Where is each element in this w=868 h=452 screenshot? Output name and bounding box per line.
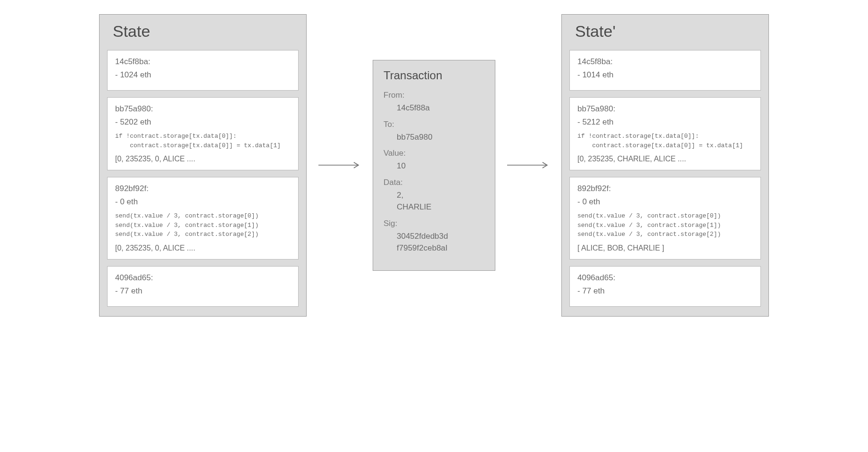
account-code: if !contract.storage[tx.data[0]]: contra… [577,132,753,150]
account-balance: - 5202 eth [115,117,291,127]
state-prime-title: State' [569,22,761,41]
account-balance: - 0 eth [115,197,291,207]
account-card: 4096ad65: - 77 eth [107,266,299,307]
tx-sig-row: Sig: 30452fdedb3d f7959f2ceb8aI [384,219,484,254]
account-card: 14c5f8ba: - 1014 eth [569,50,761,91]
account-address: 892bf92f: [577,184,753,193]
tx-value-row: Value: 10 [384,149,484,172]
account-balance: - 77 eth [577,286,753,296]
account-balance: - 5212 eth [577,117,753,127]
account-balance: - 1014 eth [577,70,753,80]
account-card: bb75a980: - 5202 eth if !contract.storag… [107,97,299,170]
tx-value-label: Value: [384,149,484,158]
account-storage: [ ALICE, BOB, CHARLIE ] [577,244,753,252]
tx-from-row: From: 14c5f88a [384,91,484,114]
tx-from-value: 14c5f88a [384,102,484,114]
tx-to-row: To: bb75a980 [384,120,484,143]
account-address: 14c5f8ba: [115,57,291,67]
arrow-right [311,160,368,170]
account-address: 4096ad65: [577,273,753,283]
account-address: 892bf92f: [115,184,291,193]
tx-data-row: Data: 2, CHARLIE [384,178,484,213]
account-storage: [0, 235235, CHARLIE, ALICE .... [577,155,753,163]
tx-data-value: 2, CHARLIE [384,189,484,213]
account-balance: - 77 eth [115,286,291,296]
account-card: 14c5f8ba: - 1024 eth [107,50,299,91]
tx-data-label: Data: [384,178,484,187]
account-storage: [0, 235235, 0, ALICE .... [115,155,291,163]
transaction-title: Transaction [384,69,484,82]
arrow-right-icon [316,160,363,170]
tx-value-value: 10 [384,160,484,172]
account-code: send(tx.value / 3, contract.storage[0]) … [115,211,291,239]
account-card: bb75a980: - 5212 eth if !contract.storag… [569,97,761,170]
state-transition-diagram: State 14c5f8ba: - 1024 eth bb75a980: - 5… [14,14,854,317]
account-address: bb75a980: [115,104,291,114]
account-address: bb75a980: [577,104,753,114]
tx-sig-value: 30452fdedb3d f7959f2ceb8aI [384,230,484,254]
account-balance: - 0 eth [577,197,753,207]
arrow-right-icon [505,160,552,170]
tx-sig-label: Sig: [384,219,484,228]
account-code: if !contract.storage[tx.data[0]]: contra… [115,132,291,150]
account-address: 14c5f8ba: [577,57,753,67]
account-balance: - 1024 eth [115,70,291,80]
account-card: 4096ad65: - 77 eth [569,266,761,307]
arrow-right [500,160,557,170]
account-code: send(tx.value / 3, contract.storage[0]) … [577,211,753,239]
tx-from-label: From: [384,91,484,100]
state-after-box: State' 14c5f8ba: - 1014 eth bb75a980: - … [561,14,769,317]
tx-to-value: bb75a980 [384,131,484,143]
transaction-box: Transaction From: 14c5f88a To: bb75a980 … [373,60,495,271]
account-storage: [0, 235235, 0, ALICE .... [115,244,291,252]
state-before-box: State 14c5f8ba: - 1024 eth bb75a980: - 5… [99,14,307,317]
account-card: 892bf92f: - 0 eth send(tx.value / 3, con… [107,177,299,259]
account-card: 892bf92f: - 0 eth send(tx.value / 3, con… [569,177,761,259]
tx-to-label: To: [384,120,484,129]
account-address: 4096ad65: [115,273,291,283]
state-title: State [107,22,299,41]
